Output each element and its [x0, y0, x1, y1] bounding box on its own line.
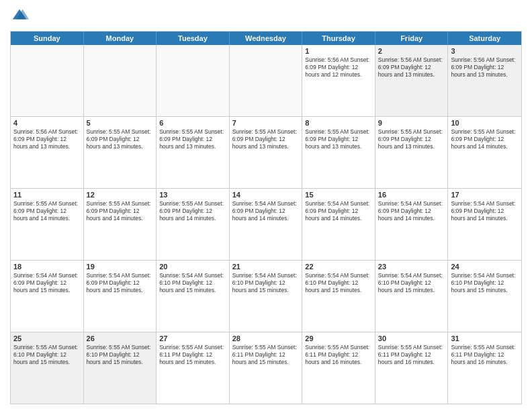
day-number-18: 18 — [13, 263, 81, 271]
day-info-21: Sunrise: 5:54 AM Sunset: 6:10 PM Dayligh… — [232, 272, 300, 294]
day-number-31: 31 — [451, 334, 519, 342]
day-number-24: 24 — [451, 263, 519, 271]
day-number-30: 30 — [378, 334, 445, 342]
day-info-28: Sunrise: 5:55 AM Sunset: 6:11 PM Dayligh… — [232, 344, 300, 366]
day-cell-10: 10Sunrise: 5:55 AM Sunset: 6:09 PM Dayli… — [448, 117, 521, 188]
day-cell-19: 19Sunrise: 5:54 AM Sunset: 6:09 PM Dayli… — [84, 261, 157, 332]
day-info-22: Sunrise: 5:54 AM Sunset: 6:10 PM Dayligh… — [305, 272, 372, 294]
weekday-header-friday: Friday — [375, 32, 449, 45]
day-number-27: 27 — [159, 334, 226, 342]
day-cell-24: 24Sunrise: 5:54 AM Sunset: 6:10 PM Dayli… — [448, 261, 521, 332]
day-cell-5: 5Sunrise: 5:55 AM Sunset: 6:09 PM Daylig… — [84, 117, 157, 188]
day-info-31: Sunrise: 5:55 AM Sunset: 6:11 PM Dayligh… — [451, 344, 519, 366]
day-number-12: 12 — [87, 191, 154, 199]
day-number-26: 26 — [87, 334, 154, 342]
calendar: SundayMondayTuesdayWednesdayThursdayFrid… — [10, 31, 522, 404]
day-number-2: 2 — [378, 47, 445, 55]
calendar-body: 1Sunrise: 5:56 AM Sunset: 6:09 PM Daylig… — [11, 45, 521, 404]
weekday-header-monday: Monday — [84, 32, 157, 45]
day-info-3: Sunrise: 5:56 AM Sunset: 6:09 PM Dayligh… — [451, 56, 519, 79]
day-cell-3: 3Sunrise: 5:56 AM Sunset: 6:09 PM Daylig… — [448, 45, 521, 116]
calendar-row-0: 1Sunrise: 5:56 AM Sunset: 6:09 PM Daylig… — [11, 45, 521, 117]
day-info-29: Sunrise: 5:55 AM Sunset: 6:11 PM Dayligh… — [305, 344, 372, 366]
day-cell-6: 6Sunrise: 5:55 AM Sunset: 6:09 PM Daylig… — [157, 117, 230, 188]
day-cell-30: 30Sunrise: 5:55 AM Sunset: 6:11 PM Dayli… — [375, 332, 449, 404]
day-info-5: Sunrise: 5:55 AM Sunset: 6:09 PM Dayligh… — [87, 128, 154, 150]
calendar-row-2: 11Sunrise: 5:55 AM Sunset: 6:09 PM Dayli… — [11, 189, 521, 261]
day-info-2: Sunrise: 5:56 AM Sunset: 6:09 PM Dayligh… — [378, 56, 445, 79]
day-number-11: 11 — [13, 191, 81, 199]
day-cell-26: 26Sunrise: 5:55 AM Sunset: 6:10 PM Dayli… — [84, 332, 157, 404]
day-cell-29: 29Sunrise: 5:55 AM Sunset: 6:11 PM Dayli… — [302, 332, 375, 404]
day-cell-14: 14Sunrise: 5:54 AM Sunset: 6:09 PM Dayli… — [230, 189, 303, 260]
day-number-1: 1 — [305, 47, 372, 55]
day-info-24: Sunrise: 5:54 AM Sunset: 6:10 PM Dayligh… — [451, 272, 519, 294]
day-info-26: Sunrise: 5:55 AM Sunset: 6:10 PM Dayligh… — [87, 344, 154, 366]
empty-cell-0-1 — [84, 45, 157, 116]
day-info-20: Sunrise: 5:54 AM Sunset: 6:10 PM Dayligh… — [159, 272, 226, 294]
page: SundayMondayTuesdayWednesdayThursdayFrid… — [0, 0, 532, 411]
day-cell-21: 21Sunrise: 5:54 AM Sunset: 6:10 PM Dayli… — [230, 261, 303, 332]
day-number-13: 13 — [159, 191, 226, 199]
calendar-row-3: 18Sunrise: 5:54 AM Sunset: 6:09 PM Dayli… — [11, 261, 521, 332]
weekday-header-tuesday: Tuesday — [157, 32, 230, 45]
day-info-1: Sunrise: 5:56 AM Sunset: 6:09 PM Dayligh… — [305, 56, 372, 79]
day-cell-8: 8Sunrise: 5:55 AM Sunset: 6:09 PM Daylig… — [302, 117, 375, 188]
day-number-23: 23 — [378, 263, 445, 271]
day-info-7: Sunrise: 5:55 AM Sunset: 6:09 PM Dayligh… — [232, 128, 300, 150]
day-info-15: Sunrise: 5:54 AM Sunset: 6:09 PM Dayligh… — [305, 200, 372, 222]
day-cell-20: 20Sunrise: 5:54 AM Sunset: 6:10 PM Dayli… — [157, 261, 230, 332]
day-number-22: 22 — [305, 263, 372, 271]
day-number-15: 15 — [305, 191, 372, 199]
day-number-8: 8 — [305, 119, 372, 127]
day-info-4: Sunrise: 5:56 AM Sunset: 6:09 PM Dayligh… — [13, 128, 81, 150]
day-info-8: Sunrise: 5:55 AM Sunset: 6:09 PM Dayligh… — [305, 128, 372, 150]
day-info-19: Sunrise: 5:54 AM Sunset: 6:09 PM Dayligh… — [87, 272, 154, 294]
day-info-18: Sunrise: 5:54 AM Sunset: 6:09 PM Dayligh… — [13, 272, 81, 294]
weekday-header-thursday: Thursday — [302, 32, 375, 45]
day-cell-16: 16Sunrise: 5:54 AM Sunset: 6:09 PM Dayli… — [375, 189, 449, 260]
calendar-row-1: 4Sunrise: 5:56 AM Sunset: 6:09 PM Daylig… — [11, 117, 521, 189]
day-cell-31: 31Sunrise: 5:55 AM Sunset: 6:11 PM Dayli… — [448, 332, 521, 404]
day-number-14: 14 — [232, 191, 300, 199]
weekday-header-sunday: Sunday — [11, 32, 84, 45]
day-number-25: 25 — [13, 334, 81, 342]
day-cell-9: 9Sunrise: 5:55 AM Sunset: 6:09 PM Daylig… — [375, 117, 449, 188]
logo-icon — [10, 7, 29, 26]
day-info-6: Sunrise: 5:55 AM Sunset: 6:09 PM Dayligh… — [159, 128, 226, 150]
day-number-19: 19 — [87, 263, 154, 271]
day-cell-7: 7Sunrise: 5:55 AM Sunset: 6:09 PM Daylig… — [230, 117, 303, 188]
day-cell-23: 23Sunrise: 5:54 AM Sunset: 6:10 PM Dayli… — [375, 261, 449, 332]
day-cell-17: 17Sunrise: 5:54 AM Sunset: 6:09 PM Dayli… — [448, 189, 521, 260]
day-info-9: Sunrise: 5:55 AM Sunset: 6:09 PM Dayligh… — [378, 128, 445, 150]
day-cell-4: 4Sunrise: 5:56 AM Sunset: 6:09 PM Daylig… — [11, 117, 84, 188]
day-info-10: Sunrise: 5:55 AM Sunset: 6:09 PM Dayligh… — [451, 128, 519, 150]
day-cell-2: 2Sunrise: 5:56 AM Sunset: 6:09 PM Daylig… — [375, 45, 449, 116]
day-number-3: 3 — [451, 47, 519, 55]
calendar-row-4: 25Sunrise: 5:55 AM Sunset: 6:10 PM Dayli… — [11, 332, 521, 404]
day-info-12: Sunrise: 5:55 AM Sunset: 6:09 PM Dayligh… — [87, 200, 154, 222]
weekday-header-saturday: Saturday — [448, 32, 521, 45]
day-cell-15: 15Sunrise: 5:54 AM Sunset: 6:09 PM Dayli… — [302, 189, 375, 260]
day-info-11: Sunrise: 5:55 AM Sunset: 6:09 PM Dayligh… — [13, 200, 81, 222]
day-number-9: 9 — [378, 119, 445, 127]
day-info-14: Sunrise: 5:54 AM Sunset: 6:09 PM Dayligh… — [232, 200, 300, 222]
day-number-6: 6 — [159, 119, 226, 127]
day-cell-25: 25Sunrise: 5:55 AM Sunset: 6:10 PM Dayli… — [11, 332, 84, 404]
logo — [10, 7, 32, 26]
day-number-7: 7 — [232, 119, 300, 127]
day-cell-18: 18Sunrise: 5:54 AM Sunset: 6:09 PM Dayli… — [11, 261, 84, 332]
day-cell-22: 22Sunrise: 5:54 AM Sunset: 6:10 PM Dayli… — [302, 261, 375, 332]
day-info-25: Sunrise: 5:55 AM Sunset: 6:10 PM Dayligh… — [13, 344, 81, 366]
day-info-30: Sunrise: 5:55 AM Sunset: 6:11 PM Dayligh… — [378, 344, 445, 366]
day-info-13: Sunrise: 5:55 AM Sunset: 6:09 PM Dayligh… — [159, 200, 226, 222]
day-info-16: Sunrise: 5:54 AM Sunset: 6:09 PM Dayligh… — [378, 200, 445, 222]
day-cell-28: 28Sunrise: 5:55 AM Sunset: 6:11 PM Dayli… — [230, 332, 303, 404]
day-info-17: Sunrise: 5:54 AM Sunset: 6:09 PM Dayligh… — [451, 200, 519, 222]
day-number-4: 4 — [13, 119, 81, 127]
empty-cell-0-2 — [157, 45, 230, 116]
day-number-5: 5 — [87, 119, 154, 127]
day-cell-27: 27Sunrise: 5:55 AM Sunset: 6:11 PM Dayli… — [157, 332, 230, 404]
day-info-27: Sunrise: 5:55 AM Sunset: 6:11 PM Dayligh… — [159, 344, 226, 366]
day-number-20: 20 — [159, 263, 226, 271]
